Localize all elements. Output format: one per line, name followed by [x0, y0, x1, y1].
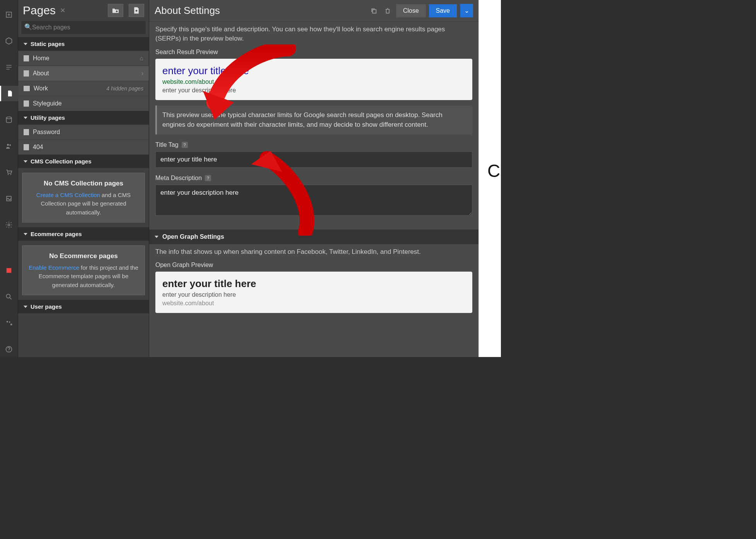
caret-down-icon — [24, 160, 27, 163]
cart-icon[interactable] — [0, 165, 18, 180]
og-section: The info that shows up when sharing cont… — [149, 244, 478, 319]
help-icon[interactable] — [0, 342, 18, 357]
trash-icon[interactable] — [382, 5, 393, 16]
svg-point-5 — [10, 174, 12, 175]
og-settings-header[interactable]: Open Graph Settings — [149, 230, 478, 244]
svg-point-14 — [9, 351, 9, 352]
help-icon[interactable]: ? — [205, 175, 211, 181]
svg-rect-8 — [7, 269, 11, 272]
page-item-password[interactable]: Password — [18, 124, 149, 139]
seo-description: Specify this page's title and descriptio… — [155, 25, 472, 43]
page-item-about[interactable]: About› — [18, 66, 149, 81]
caret-down-icon — [24, 306, 27, 308]
svg-point-10 — [7, 321, 8, 323]
meta-desc-input[interactable] — [155, 185, 472, 216]
title-tag-input[interactable] — [155, 151, 472, 168]
database-icon[interactable] — [0, 112, 18, 128]
save-button[interactable]: Save — [429, 4, 457, 17]
og-title: enter your title here — [162, 278, 465, 290]
og-description: The info that shows up when sharing cont… — [155, 247, 472, 257]
enable-ecommerce-link[interactable]: Enable Ecommerce — [29, 264, 79, 271]
search-icon[interactable] — [0, 289, 18, 304]
home-icon: ⌂ — [140, 55, 143, 62]
page-icon — [24, 100, 29, 107]
page-icon — [24, 129, 29, 135]
canvas-glyph: C — [487, 160, 500, 181]
serp-preview-label: Search Result Preview — [155, 49, 472, 56]
create-cms-link[interactable]: Create a CMS Collection — [36, 192, 100, 198]
svg-point-4 — [8, 174, 9, 175]
pages-title: Pages — [23, 4, 56, 17]
caret-down-icon — [24, 233, 27, 235]
chevron-down-icon: ⌄ — [464, 7, 469, 14]
og-url: website.com/about — [162, 300, 465, 307]
static-pages-header[interactable]: Static pages — [18, 37, 149, 51]
add-icon[interactable] — [0, 7, 18, 22]
svg-point-2 — [7, 144, 9, 146]
caret-down-icon — [155, 236, 158, 238]
assets-icon[interactable] — [0, 191, 18, 206]
svg-point-1 — [6, 117, 11, 119]
pages-panel: Pages × 🔍 Static pages Home⌂ About› Work… — [18, 0, 149, 357]
meta-desc-label: Meta Description? — [155, 175, 472, 182]
search-input[interactable] — [21, 21, 146, 34]
close-icon[interactable]: × — [60, 5, 65, 15]
page-item-404[interactable]: 404 — [18, 139, 149, 155]
svg-point-3 — [9, 145, 11, 146]
new-folder-icon[interactable] — [108, 4, 123, 17]
pages-header: Pages × — [18, 0, 149, 21]
settings-title: About Settings — [155, 5, 220, 17]
ecommerce-pages-header[interactable]: Ecommerce pages — [18, 227, 149, 241]
serp-note: This preview uses the typical character … — [155, 105, 472, 134]
page-icon — [24, 144, 29, 150]
user-pages-header[interactable]: User pages — [18, 300, 149, 313]
svg-point-9 — [6, 294, 10, 298]
search-wrap: 🔍 — [18, 21, 149, 37]
svg-point-11 — [9, 321, 10, 323]
close-button[interactable]: Close — [396, 4, 426, 17]
cms-pages-header[interactable]: CMS Collection pages — [18, 155, 149, 168]
users-icon[interactable] — [0, 138, 18, 154]
caret-down-icon — [24, 43, 27, 45]
serp-desc: enter your description here — [162, 87, 465, 94]
caret-down-icon — [24, 117, 27, 119]
magnify-icon: 🔍 — [24, 23, 32, 31]
folder-icon — [24, 86, 30, 91]
og-preview: enter your title here enter your descrip… — [155, 272, 472, 313]
svg-point-7 — [8, 224, 10, 226]
cms-empty-state: No CMS Collection pages Create a CMS Col… — [22, 173, 145, 223]
box-icon[interactable] — [0, 33, 18, 49]
help-icon[interactable]: ? — [182, 142, 188, 148]
svg-rect-15 — [373, 10, 376, 13]
settings-panel: About Settings Close Save ⌄ Specify this… — [149, 0, 478, 357]
utility-pages-header[interactable]: Utility pages — [18, 111, 149, 124]
settings-header: About Settings Close Save ⌄ — [149, 0, 478, 22]
page-item-work[interactable]: Work4 hidden pages — [18, 81, 149, 96]
ecommerce-empty-state: No Ecommerce pages Enable Ecommerce for … — [22, 245, 145, 295]
serp-url: website.com/about — [162, 78, 465, 85]
chevron-right-icon: › — [141, 70, 143, 77]
serp-preview: enter your title here website.com/about … — [155, 59, 472, 100]
page-item-styleguide[interactable]: Styleguide — [18, 96, 149, 111]
pages-icon[interactable] — [0, 86, 18, 101]
page-icon — [24, 70, 29, 77]
svg-rect-12 — [10, 324, 12, 325]
video-icon[interactable] — [0, 315, 18, 331]
og-preview-label: Open Graph Preview — [155, 262, 472, 269]
audit-icon[interactable] — [0, 263, 18, 278]
new-page-icon[interactable] — [129, 4, 144, 17]
og-desc: enter your description here — [162, 291, 465, 298]
title-tag-label: Title Tag? — [155, 141, 472, 148]
page-item-home[interactable]: Home⌂ — [18, 51, 149, 66]
page-icon — [24, 55, 29, 61]
gear-icon[interactable] — [0, 217, 18, 233]
canvas-preview: C — [478, 0, 501, 357]
layout-icon[interactable] — [0, 60, 18, 75]
serp-title: enter your title here — [162, 65, 465, 77]
seo-section: Specify this page's title and descriptio… — [149, 22, 478, 230]
left-tool-rail — [0, 0, 18, 357]
save-dropdown-button[interactable]: ⌄ — [460, 4, 473, 17]
copy-icon[interactable] — [368, 5, 379, 16]
